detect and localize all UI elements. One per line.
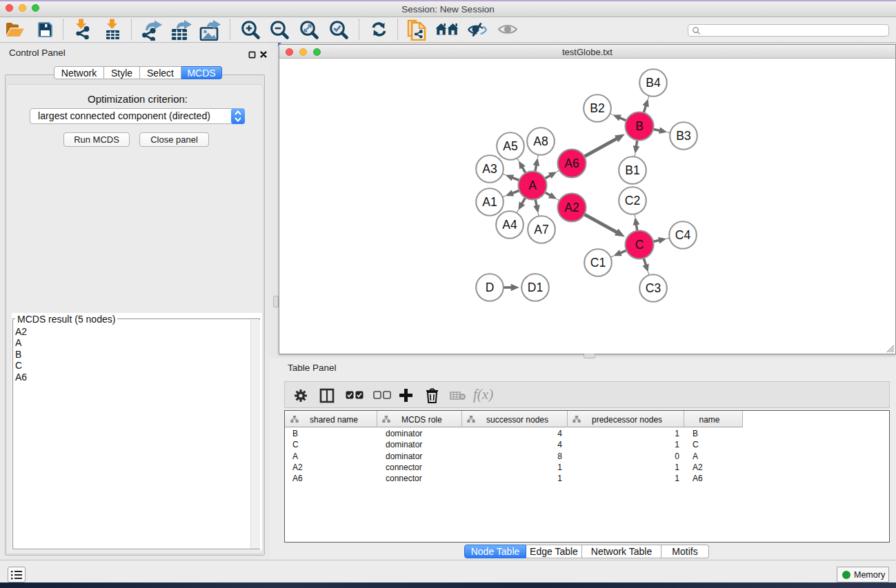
svg-text:A6: A6 [564, 156, 579, 170]
svg-text:C4: C4 [675, 228, 691, 242]
svg-text:A1: A1 [482, 195, 497, 209]
svg-text:A: A [528, 179, 537, 192]
svg-text:B3: B3 [676, 129, 690, 143]
svg-text:A4: A4 [502, 218, 517, 232]
svg-text:A7: A7 [534, 223, 548, 236]
svg-text:B4: B4 [646, 76, 661, 90]
svg-text:B2: B2 [590, 101, 604, 115]
svg-text:A3: A3 [482, 162, 497, 176]
svg-text:B1: B1 [625, 163, 639, 177]
svg-text:B: B [635, 119, 644, 133]
svg-text:A8: A8 [533, 134, 548, 148]
svg-text:C3: C3 [646, 281, 661, 295]
svg-text:C: C [635, 238, 644, 252]
svg-text:C2: C2 [625, 194, 640, 207]
svg-text:C1: C1 [590, 256, 606, 270]
svg-text:A5: A5 [503, 139, 517, 153]
svg-text:A2: A2 [564, 201, 579, 214]
svg-text:D: D [486, 281, 495, 294]
svg-text:D1: D1 [528, 281, 543, 294]
